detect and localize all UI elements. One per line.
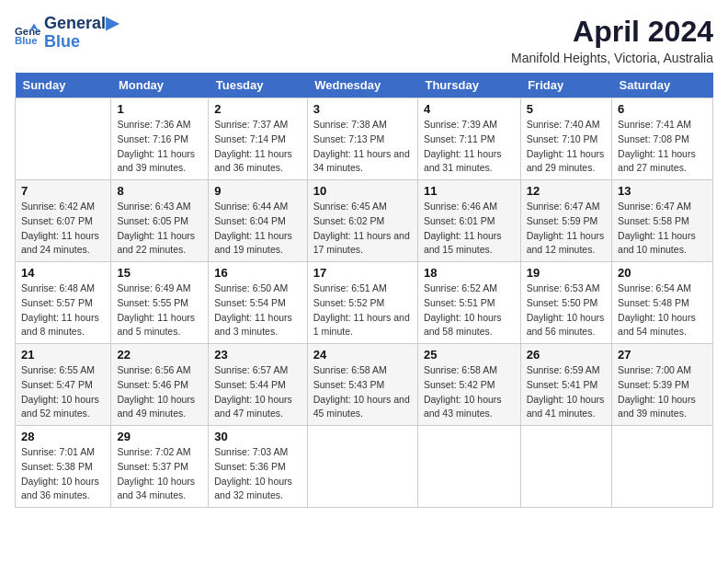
day-cell: 1 Sunrise: 7:36 AMSunset: 7:16 PMDayligh… bbox=[111, 98, 209, 180]
day-cell: 19 Sunrise: 6:53 AMSunset: 5:50 PMDaylig… bbox=[520, 262, 611, 344]
day-info: Sunrise: 6:52 AMSunset: 5:51 PMDaylight:… bbox=[424, 282, 515, 339]
day-cell bbox=[16, 98, 111, 180]
day-cell bbox=[520, 426, 611, 508]
svg-text:Blue: Blue bbox=[15, 35, 38, 46]
day-number: 24 bbox=[313, 348, 412, 362]
day-cell: 12 Sunrise: 6:47 AMSunset: 5:59 PMDaylig… bbox=[520, 180, 611, 262]
day-cell: 26 Sunrise: 6:59 AMSunset: 5:41 PMDaylig… bbox=[520, 344, 611, 426]
day-number: 26 bbox=[527, 348, 606, 362]
calendar-body: 1 Sunrise: 7:36 AMSunset: 7:16 PMDayligh… bbox=[16, 98, 713, 508]
day-number: 27 bbox=[618, 348, 707, 362]
location: Manifold Heights, Victoria, Australia bbox=[511, 51, 713, 65]
day-cell: 11 Sunrise: 6:46 AMSunset: 6:01 PMDaylig… bbox=[417, 180, 520, 262]
day-cell: 5 Sunrise: 7:40 AMSunset: 7:10 PMDayligh… bbox=[520, 98, 611, 180]
day-cell: 20 Sunrise: 6:54 AMSunset: 5:48 PMDaylig… bbox=[612, 262, 713, 344]
day-number: 18 bbox=[424, 266, 515, 280]
day-number: 28 bbox=[21, 430, 105, 443]
day-cell: 27 Sunrise: 7:00 AMSunset: 5:39 PMDaylig… bbox=[612, 344, 713, 426]
day-cell: 13 Sunrise: 6:47 AMSunset: 5:58 PMDaylig… bbox=[612, 180, 713, 262]
day-info: Sunrise: 7:41 AMSunset: 7:08 PMDaylight:… bbox=[618, 118, 707, 176]
day-cell: 4 Sunrise: 7:39 AMSunset: 7:11 PMDayligh… bbox=[417, 98, 520, 180]
day-cell: 23 Sunrise: 6:57 AMSunset: 5:44 PMDaylig… bbox=[209, 344, 307, 426]
day-cell: 14 Sunrise: 6:48 AMSunset: 5:57 PMDaylig… bbox=[16, 262, 111, 344]
day-cell: 7 Sunrise: 6:42 AMSunset: 6:07 PMDayligh… bbox=[16, 180, 111, 262]
day-number: 15 bbox=[117, 266, 202, 280]
day-info: Sunrise: 7:03 AMSunset: 5:36 PMDaylight:… bbox=[214, 445, 301, 503]
day-number: 5 bbox=[527, 102, 606, 116]
month-title: April 2024 bbox=[511, 15, 713, 49]
day-info: Sunrise: 6:46 AMSunset: 6:01 PMDaylight:… bbox=[424, 200, 515, 258]
week-row-3: 14 Sunrise: 6:48 AMSunset: 5:57 PMDaylig… bbox=[16, 262, 713, 344]
day-number: 2 bbox=[214, 102, 301, 116]
day-info: Sunrise: 6:58 AMSunset: 5:43 PMDaylight:… bbox=[313, 363, 412, 421]
weekday-header-saturday: Saturday bbox=[612, 73, 713, 98]
day-info: Sunrise: 6:49 AMSunset: 5:55 PMDaylight:… bbox=[117, 282, 202, 339]
day-cell: 9 Sunrise: 6:44 AMSunset: 6:04 PMDayligh… bbox=[209, 180, 307, 262]
day-info: Sunrise: 6:59 AMSunset: 5:41 PMDaylight:… bbox=[527, 363, 606, 421]
day-info: Sunrise: 6:42 AMSunset: 6:07 PMDaylight:… bbox=[21, 200, 105, 258]
day-number: 7 bbox=[21, 184, 105, 198]
day-number: 14 bbox=[21, 266, 105, 280]
day-cell: 6 Sunrise: 7:41 AMSunset: 7:08 PMDayligh… bbox=[612, 98, 713, 180]
day-number: 20 bbox=[618, 266, 707, 280]
day-number: 1 bbox=[117, 102, 202, 116]
day-cell: 25 Sunrise: 6:58 AMSunset: 5:42 PMDaylig… bbox=[417, 344, 520, 426]
day-cell: 15 Sunrise: 6:49 AMSunset: 5:55 PMDaylig… bbox=[111, 262, 209, 344]
day-number: 12 bbox=[527, 184, 606, 198]
day-number: 19 bbox=[527, 266, 606, 280]
calendar-table: SundayMondayTuesdayWednesdayThursdayFrid… bbox=[15, 73, 713, 508]
day-number: 10 bbox=[313, 184, 412, 198]
day-cell: 8 Sunrise: 6:43 AMSunset: 6:05 PMDayligh… bbox=[111, 180, 209, 262]
day-number: 8 bbox=[117, 184, 202, 198]
day-cell: 10 Sunrise: 6:45 AMSunset: 6:02 PMDaylig… bbox=[307, 180, 417, 262]
logo-text-line1: General▶ bbox=[44, 15, 119, 33]
day-number: 21 bbox=[21, 348, 105, 362]
day-number: 22 bbox=[117, 348, 202, 362]
logo-text-line2: Blue bbox=[44, 33, 119, 52]
day-cell: 29 Sunrise: 7:02 AMSunset: 5:37 PMDaylig… bbox=[111, 426, 209, 508]
logo-icon: General Blue bbox=[15, 20, 40, 46]
page-header: General Blue General▶ Blue April 2024 Ma… bbox=[15, 15, 713, 65]
day-cell: 22 Sunrise: 6:56 AMSunset: 5:46 PMDaylig… bbox=[111, 344, 209, 426]
day-cell: 17 Sunrise: 6:51 AMSunset: 5:52 PMDaylig… bbox=[307, 262, 417, 344]
day-cell: 18 Sunrise: 6:52 AMSunset: 5:51 PMDaylig… bbox=[417, 262, 520, 344]
day-number: 16 bbox=[214, 266, 301, 280]
day-cell bbox=[307, 426, 417, 508]
day-info: Sunrise: 7:36 AMSunset: 7:16 PMDaylight:… bbox=[117, 118, 202, 176]
day-cell: 21 Sunrise: 6:55 AMSunset: 5:47 PMDaylig… bbox=[16, 344, 111, 426]
logo: General Blue General▶ Blue bbox=[15, 15, 119, 52]
day-cell: 30 Sunrise: 7:03 AMSunset: 5:36 PMDaylig… bbox=[209, 426, 307, 508]
day-info: Sunrise: 6:48 AMSunset: 5:57 PMDaylight:… bbox=[21, 282, 105, 339]
weekday-header-thursday: Thursday bbox=[417, 73, 520, 98]
day-cell bbox=[417, 426, 520, 508]
day-info: Sunrise: 6:53 AMSunset: 5:50 PMDaylight:… bbox=[527, 282, 606, 339]
day-info: Sunrise: 7:02 AMSunset: 5:37 PMDaylight:… bbox=[117, 445, 202, 503]
weekday-header-wednesday: Wednesday bbox=[307, 73, 417, 98]
week-row-4: 21 Sunrise: 6:55 AMSunset: 5:47 PMDaylig… bbox=[16, 344, 713, 426]
title-block: April 2024 Manifold Heights, Victoria, A… bbox=[511, 15, 713, 65]
day-info: Sunrise: 7:01 AMSunset: 5:38 PMDaylight:… bbox=[21, 445, 105, 503]
weekday-header-row: SundayMondayTuesdayWednesdayThursdayFrid… bbox=[16, 73, 713, 98]
day-number: 11 bbox=[424, 184, 515, 198]
week-row-1: 1 Sunrise: 7:36 AMSunset: 7:16 PMDayligh… bbox=[16, 98, 713, 180]
week-row-2: 7 Sunrise: 6:42 AMSunset: 6:07 PMDayligh… bbox=[16, 180, 713, 262]
day-info: Sunrise: 7:39 AMSunset: 7:11 PMDaylight:… bbox=[424, 118, 515, 176]
day-number: 6 bbox=[618, 102, 707, 116]
day-info: Sunrise: 7:40 AMSunset: 7:10 PMDaylight:… bbox=[527, 118, 606, 176]
day-number: 17 bbox=[313, 266, 412, 280]
day-cell: 16 Sunrise: 6:50 AMSunset: 5:54 PMDaylig… bbox=[209, 262, 307, 344]
day-info: Sunrise: 6:43 AMSunset: 6:05 PMDaylight:… bbox=[117, 200, 202, 258]
day-number: 4 bbox=[424, 102, 515, 116]
day-info: Sunrise: 7:00 AMSunset: 5:39 PMDaylight:… bbox=[618, 363, 707, 421]
day-info: Sunrise: 6:55 AMSunset: 5:47 PMDaylight:… bbox=[21, 363, 105, 421]
day-cell: 24 Sunrise: 6:58 AMSunset: 5:43 PMDaylig… bbox=[307, 344, 417, 426]
day-cell: 2 Sunrise: 7:37 AMSunset: 7:14 PMDayligh… bbox=[209, 98, 307, 180]
day-cell: 3 Sunrise: 7:38 AMSunset: 7:13 PMDayligh… bbox=[307, 98, 417, 180]
day-number: 30 bbox=[214, 430, 301, 443]
day-number: 13 bbox=[618, 184, 707, 198]
day-cell: 28 Sunrise: 7:01 AMSunset: 5:38 PMDaylig… bbox=[16, 426, 111, 508]
day-cell bbox=[612, 426, 713, 508]
day-info: Sunrise: 6:50 AMSunset: 5:54 PMDaylight:… bbox=[214, 282, 301, 339]
day-info: Sunrise: 6:47 AMSunset: 5:59 PMDaylight:… bbox=[527, 200, 606, 258]
day-number: 3 bbox=[313, 102, 412, 116]
